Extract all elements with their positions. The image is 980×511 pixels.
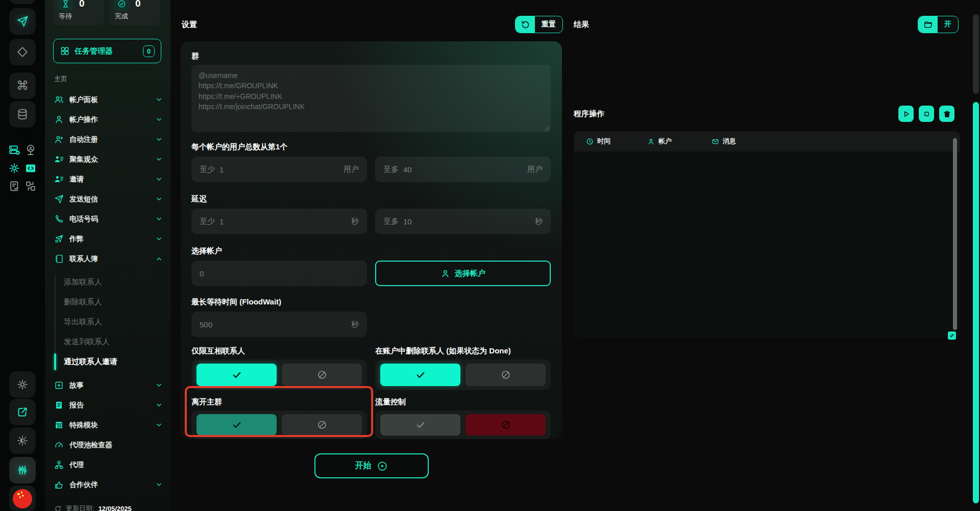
stop-button[interactable] bbox=[919, 106, 934, 122]
sidebar-item-account-panel[interactable]: 帐户面板 bbox=[45, 90, 170, 110]
table-scrollbar-thumb[interactable] bbox=[953, 138, 957, 330]
gear-chip-button[interactable] bbox=[8, 162, 20, 174]
folder-icon bbox=[918, 16, 938, 33]
sidebar-item-contact-book[interactable]: 联系人簿 bbox=[45, 249, 170, 269]
play-icon bbox=[902, 110, 911, 118]
toggle-no-button[interactable] bbox=[465, 364, 546, 386]
delay-max-field[interactable]: 至多 10 秒 bbox=[375, 209, 551, 234]
textarea-resize-handle[interactable] bbox=[544, 125, 549, 131]
brightness-button[interactable] bbox=[9, 427, 36, 454]
table-header: 时间 帐户 消息 bbox=[574, 131, 960, 151]
rail-button-partial[interactable] bbox=[9, 0, 36, 4]
sidebar-item-label: 合作伙伴 bbox=[69, 480, 98, 490]
doc-check-button[interactable] bbox=[8, 180, 20, 192]
play-button[interactable] bbox=[898, 106, 914, 122]
reset-button[interactable]: 重置 bbox=[515, 16, 563, 33]
group-links-textarea[interactable]: @username https://t.me/GROUPLINK https:/… bbox=[191, 65, 551, 132]
command-icon: ⌘ bbox=[16, 80, 29, 92]
sidebar-item-label: 帐户操作 bbox=[69, 115, 98, 124]
selected-count-field[interactable]: 0 bbox=[191, 261, 367, 286]
telegram-send-button[interactable] bbox=[9, 8, 36, 35]
stat-label: 等待 bbox=[59, 12, 100, 21]
database-button[interactable] bbox=[9, 101, 36, 127]
toggle-no-button[interactable] bbox=[282, 414, 362, 436]
sidebar-item-proxy[interactable]: 代理 bbox=[45, 455, 170, 475]
table-resize-handle[interactable] bbox=[948, 331, 956, 340]
code-window-icon bbox=[24, 162, 37, 174]
command-button[interactable]: ⌘ bbox=[9, 72, 36, 99]
sidebar-item-account-ops[interactable]: 帐户操作 bbox=[45, 110, 170, 130]
page-scrollbar-thumb[interactable] bbox=[973, 102, 979, 503]
update-date-row: 更新日期: 12/05/2025 bbox=[54, 504, 132, 511]
sidebar-item-cheat[interactable]: 作弊 bbox=[45, 229, 170, 249]
subitem-invite-via-contacts[interactable]: 通过联系人邀请 bbox=[45, 352, 170, 372]
sliders-button[interactable] bbox=[9, 457, 36, 483]
toggle-yes-button[interactable] bbox=[197, 414, 277, 436]
sidebar-item-gather-audience[interactable]: 聚集观众 bbox=[45, 149, 170, 169]
settings-gear-button[interactable] bbox=[9, 371, 36, 398]
delay-unit: 秒 bbox=[535, 217, 543, 226]
users-unit: 用户 bbox=[527, 165, 543, 174]
start-button[interactable]: 开始 bbox=[314, 453, 429, 478]
sidebar-item-invite[interactable]: 邀请 bbox=[45, 169, 170, 189]
page-scrollbar-track-segment[interactable] bbox=[973, 14, 979, 94]
users-min-value: 1 bbox=[219, 165, 224, 174]
sidebar-item-partners[interactable]: 合作伙伴 bbox=[45, 475, 170, 495]
toggle-yes-button[interactable] bbox=[380, 414, 460, 436]
floodwait-field[interactable]: 500 秒 bbox=[191, 312, 367, 337]
sidebar-item-auto-register[interactable]: 自动注册 bbox=[45, 130, 170, 149]
chevron-down-icon bbox=[156, 196, 162, 202]
icon-rail: ⌘ bbox=[0, 0, 45, 511]
column-account: 帐户 bbox=[647, 137, 712, 146]
task-manager-button[interactable]: 任务管理器 0 bbox=[53, 39, 161, 63]
users-max-field[interactable]: 至多 40 用户 bbox=[375, 157, 551, 182]
toggle-no-button[interactable] bbox=[465, 414, 546, 436]
chevron-down-icon bbox=[156, 382, 162, 389]
swap-button[interactable] bbox=[24, 180, 37, 192]
gauge-icon bbox=[54, 440, 64, 450]
sidebar-item-report[interactable]: 报告 bbox=[45, 395, 170, 415]
stat-chip-done: 0 完成 bbox=[109, 0, 160, 25]
subitem-delete-contacts[interactable]: 删除联系人 bbox=[45, 292, 170, 312]
update-date-value: 12/05/2025 bbox=[99, 505, 132, 511]
chevron-down-icon bbox=[156, 96, 162, 103]
users-min-field[interactable]: 至少 1 用户 bbox=[191, 157, 367, 182]
sidebar-item-label: 邀请 bbox=[69, 175, 84, 184]
code-window-button[interactable] bbox=[24, 162, 37, 174]
floodwait-value: 500 bbox=[200, 320, 212, 329]
server-check-icon bbox=[8, 144, 20, 156]
database-icon bbox=[16, 108, 29, 120]
check-icon bbox=[232, 370, 242, 380]
diamond-button[interactable] bbox=[9, 39, 36, 65]
subitem-add-contacts[interactable]: 添加联系人 bbox=[45, 272, 170, 292]
external-link-button[interactable] bbox=[9, 399, 36, 425]
check-icon bbox=[232, 420, 242, 430]
sidebar-item-send-sms[interactable]: 发送短信 bbox=[45, 189, 170, 209]
person-focus-button[interactable] bbox=[24, 144, 37, 156]
trash-button[interactable] bbox=[939, 106, 954, 122]
app-root: ⌘ 0 等待 bbox=[0, 0, 980, 511]
sidebar-item-proxy-checker[interactable]: 代理池检查器 bbox=[45, 435, 170, 455]
toggle-yes-button[interactable] bbox=[197, 364, 277, 386]
open-button[interactable]: 开 bbox=[918, 16, 959, 33]
subitem-export-contacts[interactable]: 导出联系人 bbox=[45, 312, 170, 332]
operations-label: 程序操作 bbox=[574, 109, 604, 119]
leave-main-group-label: 离开主群 bbox=[191, 397, 367, 406]
select-account-button[interactable]: 选择帐户 bbox=[375, 261, 551, 286]
subitem-send-to-contacts[interactable]: 发送到联系人 bbox=[45, 332, 170, 352]
toggle-yes-button[interactable] bbox=[380, 364, 460, 386]
stat-value: 0 bbox=[79, 0, 85, 9]
delay-min-field[interactable]: 至少 1 秒 bbox=[191, 209, 367, 234]
sidebar-item-phone-numbers[interactable]: 电话号码 bbox=[45, 209, 170, 229]
sidebar-item-label: 电话号码 bbox=[69, 215, 98, 224]
server-check-button[interactable] bbox=[8, 144, 20, 156]
open-button-label: 开 bbox=[938, 16, 958, 33]
no-icon bbox=[317, 420, 327, 430]
sidebar-item-special-modules[interactable]: 特殊模块 bbox=[45, 415, 170, 435]
language-flag-button[interactable] bbox=[9, 486, 36, 511]
plus-square-icon bbox=[54, 380, 64, 390]
toggle-no-button[interactable] bbox=[282, 364, 362, 386]
users-max-value: 40 bbox=[403, 165, 412, 174]
sidebar-item-story[interactable]: 故事 bbox=[45, 375, 170, 395]
column-label: 消息 bbox=[723, 137, 736, 146]
